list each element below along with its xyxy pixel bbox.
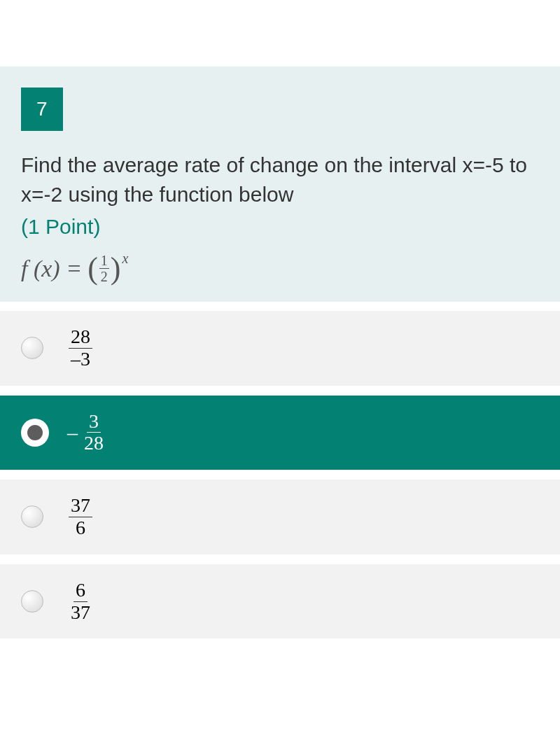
- radio-button[interactable]: [21, 337, 43, 359]
- formula-exponent: x: [122, 251, 128, 267]
- option-content: 6 37: [64, 580, 92, 624]
- formula-frac-num: 1: [99, 253, 109, 269]
- option-3[interactable]: 37 6: [0, 480, 560, 554]
- option-frac-den: 6: [74, 517, 88, 539]
- option-content: – 3 28: [67, 411, 106, 455]
- option-1[interactable]: 28 –3: [0, 311, 560, 386]
- formula-frac-den: 2: [99, 269, 109, 284]
- question-number-badge: 7: [21, 88, 63, 131]
- option-frac-den: 37: [69, 602, 92, 624]
- option-content: 28 –3: [64, 326, 92, 370]
- option-frac-den: 28: [82, 433, 106, 454]
- option-fraction: 6 37: [69, 580, 92, 624]
- radio-button[interactable]: [21, 419, 49, 447]
- option-frac-den: –3: [69, 349, 92, 370]
- option-fraction: 28 –3: [69, 326, 92, 370]
- radio-button[interactable]: [21, 590, 43, 613]
- option-4[interactable]: 6 37: [0, 564, 560, 639]
- option-frac-num: 6: [74, 580, 88, 602]
- radio-button[interactable]: [21, 505, 43, 528]
- question-formula: f (x) = ( 1 2 ) x: [21, 253, 539, 284]
- options-list: 28 –3 – 3 28 37 6 6: [0, 311, 560, 638]
- option-frac-num: 28: [69, 326, 92, 349]
- formula-fraction: 1 2: [99, 253, 109, 284]
- option-frac-num: 37: [69, 495, 92, 517]
- option-frac-num: 3: [87, 411, 101, 433]
- option-fraction: 37 6: [69, 495, 92, 539]
- formula-prefix: f (x) =: [21, 256, 82, 282]
- option-content: 37 6: [64, 495, 92, 539]
- question-card: 7 Find the average rate of change on the…: [0, 67, 560, 302]
- question-points: (1 Point): [21, 215, 539, 239]
- option-fraction: 3 28: [82, 411, 106, 455]
- question-text: Find the average rate of change on the i…: [21, 151, 539, 209]
- option-neg: –: [67, 421, 78, 445]
- option-2[interactable]: – 3 28: [0, 396, 560, 470]
- radio-inner: [27, 425, 43, 440]
